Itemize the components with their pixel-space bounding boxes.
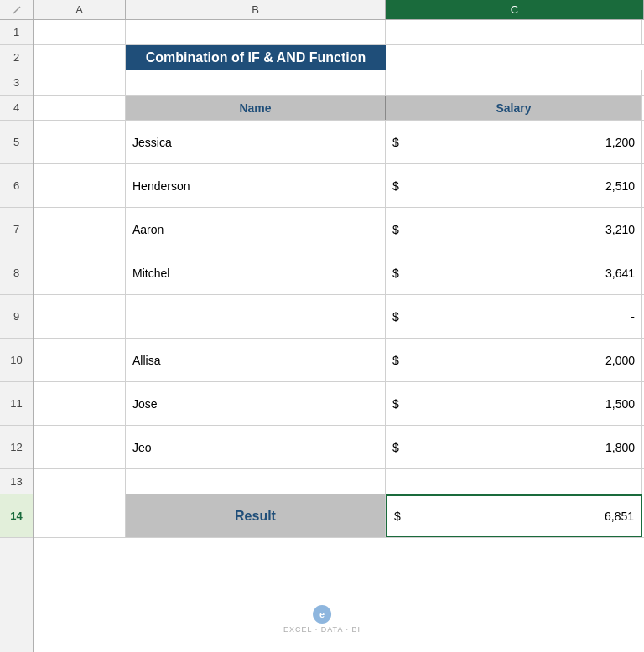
cell-9a[interactable] (34, 295, 126, 338)
row-9: $ - (34, 295, 644, 339)
cell-11b-jose[interactable]: Jose (126, 382, 386, 425)
cell-5b-jessica[interactable]: Jessica (126, 121, 386, 163)
dollar-12: $ (392, 441, 399, 454)
salary-value-5: 1,200 (402, 136, 635, 149)
name-jeo: Jeo (132, 441, 152, 454)
row-8: Mitchel $ 3,641 (34, 251, 644, 295)
cell-9b-empty[interactable] (126, 295, 386, 338)
col-header-b[interactable]: B (126, 0, 386, 19)
row-num-5[interactable]: 5 (0, 121, 33, 164)
cell-1c[interactable] (386, 20, 642, 44)
col-header-a[interactable]: A (34, 0, 126, 19)
row-num-4[interactable]: 4 (0, 96, 33, 121)
row-13 (34, 469, 644, 494)
salary-value-8: 3,641 (402, 266, 635, 280)
row-11: Jose $ 1,500 (34, 382, 644, 426)
cell-8b-mitchel[interactable]: Mitchel (126, 251, 386, 294)
col-header-c[interactable]: C (386, 0, 644, 19)
cell-3b[interactable] (126, 70, 386, 95)
dollar-11: $ (392, 397, 399, 411)
row-4: Name Salary (34, 96, 644, 121)
row-num-10[interactable]: 10 (0, 339, 33, 382)
cell-6a[interactable] (34, 164, 126, 207)
corner-cell (0, 0, 34, 19)
dollar-7: $ (392, 223, 399, 236)
row-num-6[interactable]: 6 (0, 164, 33, 208)
row-14-result: Result $ 6,851 (34, 494, 644, 538)
watermark-text: EXCEL · DATA · BI (283, 625, 361, 634)
cell-10c-salary[interactable]: $ 2,000 (386, 339, 642, 381)
cell-7b-aaron[interactable]: Aaron (126, 208, 386, 251)
watermark-icon: e (313, 605, 331, 624)
name-allisa: Allisa (132, 354, 160, 367)
row-num-13[interactable]: 13 (0, 469, 33, 494)
cell-9c-salary[interactable]: $ - (386, 295, 642, 338)
grid-content: Combination of IF & AND Function Name Sa… (34, 20, 644, 652)
row-num-7[interactable]: 7 (0, 208, 33, 251)
name-aaron: Aaron (132, 223, 164, 236)
cell-5a[interactable] (34, 121, 126, 163)
column-headers: A B C (0, 0, 644, 20)
row-num-9[interactable]: 9 (0, 295, 33, 339)
dollar-9: $ (392, 310, 399, 323)
salary-value-10: 2,000 (402, 354, 635, 367)
dollar-8: $ (392, 266, 399, 280)
cell-7c-salary[interactable]: $ 3,210 (386, 208, 642, 251)
name-mitchel: Mitchel (132, 266, 169, 280)
cell-2b-title[interactable]: Combination of IF & AND Function (126, 45, 386, 70)
cell-10a[interactable] (34, 339, 126, 381)
row-5: Jessica $ 1,200 (34, 121, 644, 164)
cell-3c[interactable] (386, 70, 642, 95)
name-henderson: Henderson (132, 179, 190, 193)
cell-6b-henderson[interactable]: Henderson (126, 164, 386, 207)
name-jose: Jose (132, 397, 158, 411)
dollar-result: $ (394, 510, 401, 523)
cell-6c-salary[interactable]: $ 2,510 (386, 164, 642, 207)
row-1 (34, 20, 644, 45)
row-num-12[interactable]: 12 (0, 426, 33, 469)
cell-12c-salary[interactable]: $ 1,800 (386, 426, 642, 468)
salary-result-value: 6,851 (404, 510, 634, 523)
cell-3a[interactable] (34, 70, 126, 95)
row-num-14[interactable]: 14 (0, 494, 33, 538)
watermark: e EXCEL · DATA · BI (283, 605, 361, 634)
cell-13c[interactable] (386, 469, 642, 494)
salary-value-9: - (402, 310, 635, 323)
cell-10b-allisa[interactable]: Allisa (126, 339, 386, 381)
row-num-1[interactable]: 1 (0, 20, 33, 45)
row-num-11[interactable]: 11 (0, 382, 33, 426)
cell-8c-salary[interactable]: $ 3,641 (386, 251, 642, 294)
cell-13b[interactable] (126, 469, 386, 494)
cell-8a[interactable] (34, 251, 126, 294)
name-jessica: Jessica (132, 136, 172, 149)
dollar-6: $ (392, 179, 399, 193)
cell-14c-result-value[interactable]: $ 6,851 (386, 494, 642, 537)
spreadsheet-title: Combination of IF & AND Function (126, 45, 386, 70)
dollar-5: $ (392, 136, 399, 149)
cell-7a[interactable] (34, 208, 126, 251)
row-7: Aaron $ 3,210 (34, 208, 644, 251)
cell-11a[interactable] (34, 382, 126, 425)
row-num-3[interactable]: 3 (0, 70, 33, 96)
row-6: Henderson $ 2,510 (34, 164, 644, 208)
row-num-2[interactable]: 2 (0, 45, 33, 70)
cell-12a[interactable] (34, 426, 126, 468)
cell-1a[interactable] (34, 20, 126, 44)
row-12: Jeo $ 1,800 (34, 426, 644, 469)
cell-14a[interactable] (34, 494, 126, 537)
cell-4c-salary-header[interactable]: Salary (386, 96, 642, 120)
cell-12b-jeo[interactable]: Jeo (126, 426, 386, 468)
cell-14b-result-label[interactable]: Result (126, 494, 386, 537)
cell-5c-salary[interactable]: $ 1,200 (386, 121, 642, 163)
cell-1b[interactable] (126, 20, 386, 44)
cell-11c-salary[interactable]: $ 1,500 (386, 382, 642, 425)
cell-4a[interactable] (34, 96, 126, 120)
row-10: Allisa $ 2,000 (34, 339, 644, 382)
cell-13a[interactable] (34, 469, 126, 494)
spreadsheet: A B C 1 2 3 4 5 6 7 8 9 10 11 12 13 14 (0, 0, 644, 652)
salary-value-12: 1,800 (402, 441, 635, 454)
row-numbers: 1 2 3 4 5 6 7 8 9 10 11 12 13 14 (0, 20, 34, 652)
cell-4b-name-header[interactable]: Name (126, 96, 386, 120)
cell-2a[interactable] (34, 45, 126, 70)
row-num-8[interactable]: 8 (0, 251, 33, 295)
